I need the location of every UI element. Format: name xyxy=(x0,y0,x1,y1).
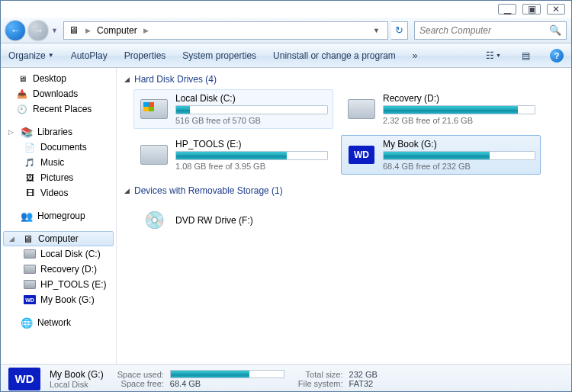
address-dropdown-icon[interactable]: ▼ xyxy=(368,27,384,34)
libraries-icon xyxy=(21,126,33,138)
search-icon[interactable]: 🔍 xyxy=(549,24,561,36)
drive-icon xyxy=(24,249,36,259)
expand-icon[interactable]: ▷ xyxy=(8,128,16,136)
search-box[interactable]: 🔍 xyxy=(414,21,567,40)
tree-libraries[interactable]: ▷Libraries xyxy=(1,124,116,140)
drive-label: DVD RW Drive (F:) xyxy=(175,215,328,226)
help-button[interactable]: ? xyxy=(550,49,564,63)
filesystem-value: FAT32 xyxy=(349,379,378,388)
view-options-button[interactable]: ☷▼ xyxy=(486,48,501,63)
nav-bar: ← → ▼ ▶ Computer ▶ ▼ ↻ 🔍 xyxy=(1,18,571,43)
wd-icon: WD xyxy=(24,295,36,304)
drive-mybook-g[interactable]: WD My Book (G:) 68.4 GB free of 232 GB xyxy=(341,135,541,175)
usage-bar xyxy=(383,151,535,160)
drive-icon xyxy=(24,265,36,274)
nav-history-dropdown[interactable]: ▼ xyxy=(51,27,60,34)
selected-item-name: My Book (G:) xyxy=(50,369,104,380)
tree-videos[interactable]: Videos xyxy=(1,185,116,201)
desktop-icon xyxy=(16,72,28,85)
refresh-button[interactable]: ↻ xyxy=(391,21,408,40)
minimize-button[interactable]: ▁ xyxy=(498,4,516,14)
tree-computer[interactable]: ◢Computer xyxy=(3,231,114,246)
videos-icon xyxy=(24,187,36,199)
computer-icon xyxy=(67,24,79,37)
group-hard-disk-drives[interactable]: ◢Hard Disk Drives (4) xyxy=(124,74,564,85)
title-bar: ▁ ▣ ✕ xyxy=(1,1,571,18)
properties-button[interactable]: Properties xyxy=(124,50,166,61)
tree-music[interactable]: Music xyxy=(1,155,116,170)
pictures-icon xyxy=(24,172,36,184)
tree-homegroup[interactable]: Homegroup xyxy=(1,208,116,223)
network-icon xyxy=(21,316,33,329)
tree-pictures[interactable]: Pictures xyxy=(1,170,116,185)
forward-button[interactable]: → xyxy=(28,21,48,40)
downloads-icon xyxy=(16,88,28,100)
back-button[interactable]: ← xyxy=(5,21,25,40)
usage-bar xyxy=(175,105,328,114)
usage-bar xyxy=(383,105,535,114)
preview-pane-button[interactable]: ▤ xyxy=(518,48,533,63)
content-area: ◢Hard Disk Drives (4) Local Disk (C:) 51… xyxy=(117,68,571,364)
dvd-icon xyxy=(139,205,169,236)
chevron-right-icon[interactable]: ▶ xyxy=(143,27,149,34)
drive-icon xyxy=(139,140,169,170)
music-icon xyxy=(24,156,36,169)
command-bar: Organize▼ AutoPlay Properties System pro… xyxy=(1,43,571,68)
collapse-icon[interactable]: ◢ xyxy=(124,187,130,194)
filesystem-label: File system: xyxy=(298,379,343,388)
organize-button[interactable]: Organize▼ xyxy=(8,50,54,61)
system-properties-button[interactable]: System properties xyxy=(182,50,256,61)
drive-free-text: 1.08 GB free of 3.95 GB xyxy=(175,162,328,171)
drive-label: My Book (G:) xyxy=(383,139,535,149)
space-free-label: Space free: xyxy=(117,379,164,388)
selected-item-type: Local Disk xyxy=(50,380,104,389)
space-used-label: Space used: xyxy=(117,370,164,379)
address-bar[interactable]: ▶ Computer ▶ ▼ xyxy=(63,21,388,40)
collapse-icon[interactable]: ◢ xyxy=(9,235,17,243)
toolbar-overflow[interactable]: » xyxy=(413,50,418,61)
drive-free-text: 68.4 GB free of 232 GB xyxy=(383,162,535,171)
breadcrumb-computer[interactable]: Computer xyxy=(97,25,137,36)
tree-mybook-g[interactable]: WDMy Book (G:) xyxy=(1,292,116,307)
total-size-label: Total size: xyxy=(298,370,343,379)
usage-bar xyxy=(175,151,328,160)
homegroup-icon xyxy=(21,210,33,222)
tree-desktop[interactable]: Desktop xyxy=(1,71,116,86)
drive-local-disk-c[interactable]: Local Disk (C:) 516 GB free of 570 GB xyxy=(133,89,333,129)
collapse-icon[interactable]: ◢ xyxy=(124,76,130,83)
wd-icon: WD xyxy=(346,140,377,170)
tree-downloads[interactable]: Downloads xyxy=(1,86,116,101)
drive-icon xyxy=(139,94,169,124)
chevron-right-icon[interactable]: ▶ xyxy=(85,27,91,34)
autoplay-button[interactable]: AutoPlay xyxy=(71,50,108,61)
close-button[interactable]: ✕ xyxy=(547,4,565,14)
tree-recovery-d[interactable]: Recovery (D:) xyxy=(1,262,116,277)
wd-icon: WD xyxy=(8,368,40,390)
group-removable-storage[interactable]: ◢Devices with Removable Storage (1) xyxy=(124,185,564,196)
space-free-value: 68.4 GB xyxy=(170,379,284,388)
drive-hptools-e[interactable]: HP_TOOLS (E:) 1.08 GB free of 3.95 GB xyxy=(133,135,333,175)
tree-network[interactable]: Network xyxy=(1,315,116,330)
drive-icon xyxy=(346,94,377,124)
total-size-value: 232 GB xyxy=(349,370,378,379)
tree-recent[interactable]: Recent Places xyxy=(1,101,116,117)
drive-label: Recovery (D:) xyxy=(383,93,535,104)
details-pane: WD My Book (G:) Local Disk Space used: S… xyxy=(1,364,571,392)
drive-label: Local Disk (C:) xyxy=(175,93,328,104)
tree-documents[interactable]: Documents xyxy=(1,140,116,155)
recent-icon xyxy=(16,103,28,115)
drive-free-text: 2.32 GB free of 21.6 GB xyxy=(383,116,535,125)
computer-icon xyxy=(21,233,34,245)
drive-dvd-f[interactable]: DVD RW Drive (F:) xyxy=(133,201,333,240)
maximize-button[interactable]: ▣ xyxy=(522,4,541,14)
search-input[interactable] xyxy=(419,25,549,36)
drive-free-text: 516 GB free of 570 GB xyxy=(175,116,328,125)
documents-icon xyxy=(24,141,36,153)
drive-recovery-d[interactable]: Recovery (D:) 2.32 GB free of 21.6 GB xyxy=(341,89,541,129)
drive-label: HP_TOOLS (E:) xyxy=(175,139,328,149)
tree-hptools-e[interactable]: HP_TOOLS (E:) xyxy=(1,277,116,292)
usage-bar xyxy=(170,370,284,378)
uninstall-button[interactable]: Uninstall or change a program xyxy=(273,50,396,61)
navigation-tree: Desktop Downloads Recent Places ▷Librari… xyxy=(1,68,117,364)
tree-local-disk-c[interactable]: Local Disk (C:) xyxy=(1,246,116,262)
